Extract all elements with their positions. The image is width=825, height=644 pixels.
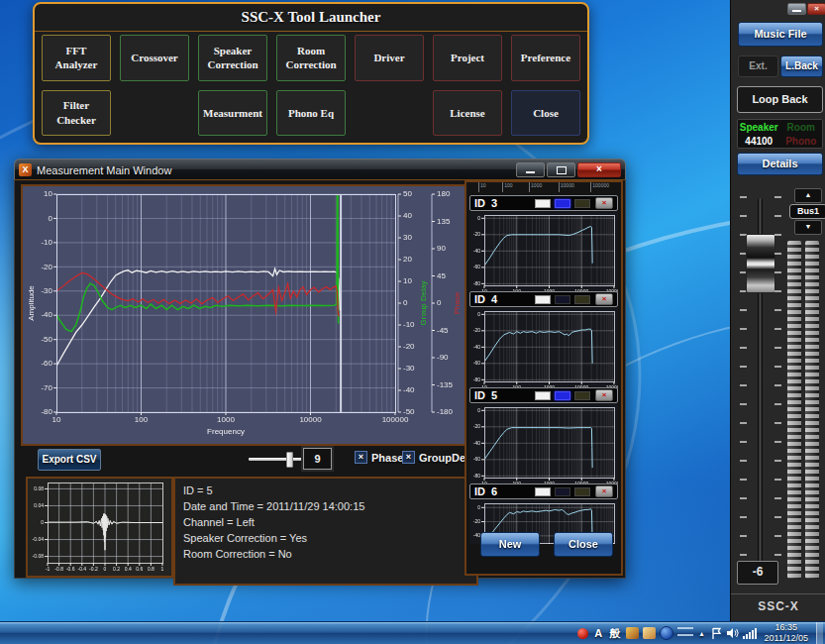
bus-up-button[interactable]: ▲ [794,188,822,203]
id6-close-button[interactable]: × [595,485,613,497]
phono-eq-button[interactable]: Phono Eq [276,90,346,137]
loop-back-button[interactable]: Loop Back [737,86,823,113]
show-desktop-button[interactable] [816,622,823,644]
taskbar[interactable]: A 般 ▴ 16:35 2011/12/05 [0,621,825,644]
id4-close-button[interactable]: × [595,293,613,305]
minimize-button[interactable] [516,162,545,177]
smoothing-value-box[interactable]: 9 [303,448,332,470]
strip-tick: 100 [502,182,512,192]
room-correction-button[interactable]: Room Correction [276,35,346,81]
id4-header[interactable]: ID 4 × [469,291,618,307]
speaker-status: Speaker [738,122,780,133]
id5-olive-indicator[interactable] [574,391,590,400]
measurement-info-panel: ID = 5 Date and Time = 2011/11/29 14:00:… [173,477,478,586]
id6-olive-indicator[interactable] [574,487,590,496]
phase-checkbox[interactable]: × [355,451,367,464]
preference-button[interactable]: Preference [511,35,580,81]
id5-selected-indicator[interactable] [555,391,570,400]
clock-date: 2011/12/05 [765,633,808,644]
info-id-line: ID = 5 [183,483,468,498]
id6-selected-indicator[interactable] [555,487,570,496]
network-icon[interactable] [743,626,757,641]
tray-app-icon-2[interactable] [643,627,656,639]
license-button[interactable]: License [433,90,502,137]
measurement-item-id3[interactable]: ID 3 × [469,195,618,293]
id3-olive-indicator[interactable] [574,199,590,208]
sidebar-close-button[interactable]: × [807,3,825,15]
id5-close-button[interactable]: × [595,389,613,401]
launcher-title: SSC-X Tool Launcher [35,4,587,32]
fader-ticks-right [774,196,781,565]
sidebar-minimize-button[interactable] [787,3,806,15]
measurement-item-id5[interactable]: ID 5 × [469,387,618,485]
smoothing-slider-track[interactable] [249,458,310,461]
speaker-correction-button[interactable]: Speaker Correction [198,35,267,81]
volume-fader-handle[interactable] [746,234,775,293]
measurement-window: X Measurement Main Window × Export CSV 9… [14,159,626,579]
info-speaker-line: Speaker Correction = Yes [183,530,468,546]
tray-app-icon-1[interactable] [626,627,639,639]
driver-button[interactable]: Driver [355,35,424,81]
strip-tick: 1000 [529,182,542,192]
tray-blue-icon[interactable] [660,626,673,640]
bus-down-button[interactable]: ▼ [794,220,822,235]
crossover-button[interactable]: Crossover [120,35,189,81]
id3-white-indicator[interactable] [535,199,551,208]
id4-white-indicator[interactable] [535,295,551,304]
id5-white-indicator[interactable] [535,391,551,400]
impulse-chart-box [26,477,173,578]
action-center-flag-icon[interactable] [711,626,722,641]
sample-rate: 44100 [738,136,780,147]
strip-tick: 10 [478,182,486,192]
id5-mini-chart [469,404,618,485]
source-status-panel: Speaker Room 44100 Phono [737,119,823,149]
panel-close-button[interactable]: Close [554,532,613,557]
frequency-response-chart [23,186,461,440]
id6-white-indicator[interactable] [535,487,551,496]
speaker-icon[interactable] [726,626,739,641]
ime-mode-icon[interactable]: A [592,626,605,641]
taskbar-clock[interactable]: 16:35 2011/12/05 [761,622,812,644]
id4-selected-indicator[interactable] [555,295,570,304]
measurment-button[interactable]: Measurment [198,90,267,137]
ext-button[interactable]: Ext. [738,55,778,77]
id5-label: ID 5 [474,389,531,401]
info-channel-line: Channel = Left [183,514,468,530]
close-button[interactable]: × [577,162,621,177]
level-meter-right [805,241,819,579]
strip-tick: 100000 [590,182,609,192]
new-measurement-button[interactable]: New [480,532,540,557]
filter-checker-button[interactable]: Filter Checker [42,90,111,137]
project-button[interactable]: Project [433,35,502,81]
clock-time: 16:35 [765,622,808,633]
id3-mini-chart [469,212,618,293]
measurement-titlebar[interactable]: X Measurement Main Window × [14,159,626,180]
tray-meter-widget [677,627,693,639]
lback-button[interactable]: L.Back [780,55,823,77]
show-hidden-icons-button[interactable]: ▴ [697,626,707,641]
room-status: Room [780,122,823,133]
export-csv-button[interactable]: Export CSV [38,449,101,471]
measurement-item-id4[interactable]: ID 4 × [469,291,618,389]
ime-kanji-icon[interactable]: 般 [609,626,622,641]
groupdelay-checkbox[interactable]: × [402,451,415,464]
maximize-button[interactable] [547,162,575,177]
id3-selected-indicator[interactable] [555,199,570,208]
smoothing-slider-handle[interactable] [286,452,293,468]
id3-header[interactable]: ID 3 × [469,195,618,211]
phase-checkbox-row[interactable]: × Phase [355,451,403,464]
details-button[interactable]: Details [737,153,823,175]
id4-olive-indicator[interactable] [574,295,590,304]
info-datetime-line: Date and Time = 2011/11/29 14:00:15 [183,498,468,514]
id3-close-button[interactable]: × [595,197,613,209]
main-chart-box [21,184,466,446]
measurement-list-panel: 10 100 1000 10000 100000 ID 3 × [464,180,623,576]
id6-header[interactable]: ID 6 × [469,483,618,499]
tray-red-icon[interactable] [577,628,588,639]
fft-analyzer-button[interactable]: FFT Analyzer [42,35,111,81]
app-icon: X [19,163,32,176]
music-file-button[interactable]: Music File [738,22,823,47]
launcher-close-button[interactable]: Close [511,90,580,137]
id5-header[interactable]: ID 5 × [469,387,618,403]
gain-value-box[interactable]: -6 [737,561,778,585]
